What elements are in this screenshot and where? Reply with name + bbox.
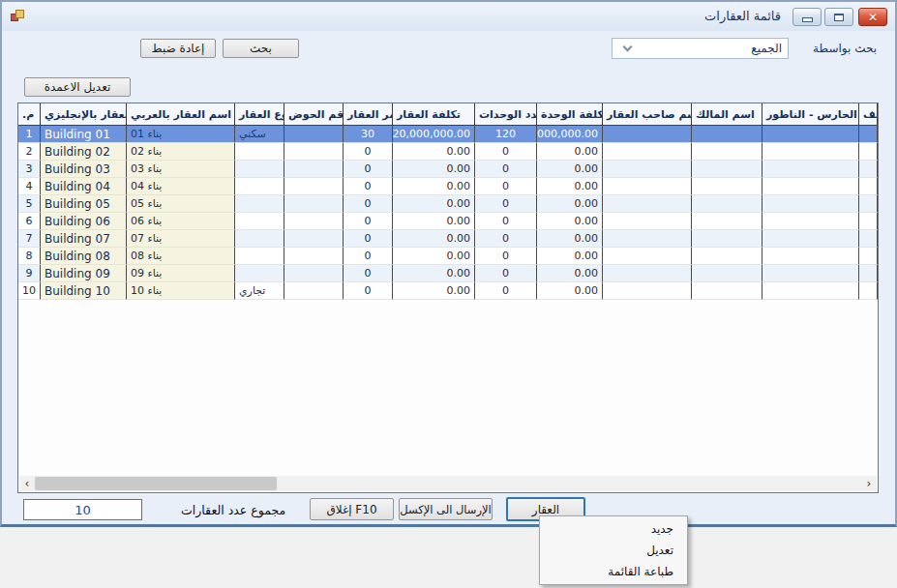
- table-cell[interactable]: [284, 161, 344, 178]
- edit-columns-button[interactable]: تعديل الاعمدة: [24, 77, 131, 97]
- table-cell[interactable]: [762, 265, 859, 282]
- table-cell[interactable]: 0.00: [393, 143, 475, 161]
- table-cell[interactable]: 1,000,000.00: [537, 126, 603, 143]
- column-header[interactable]: اسم العقار بالإنجليزي: [41, 103, 127, 125]
- scroll-thumb[interactable]: [35, 477, 277, 490]
- table-cell[interactable]: 0: [344, 195, 393, 213]
- table-cell[interactable]: 0.00: [393, 213, 475, 230]
- table-cell[interactable]: [284, 230, 344, 248]
- column-header[interactable]: نوع العقار: [235, 103, 284, 125]
- menu-item-new[interactable]: جديد: [540, 518, 687, 540]
- table-cell[interactable]: بناء 03: [127, 161, 235, 178]
- table-cell[interactable]: Building 08: [41, 248, 127, 265]
- table-cell[interactable]: [692, 161, 762, 178]
- table-row[interactable]: 7Building 07بناء 0700.0000.00: [18, 230, 878, 248]
- table-cell[interactable]: 0.00: [393, 178, 475, 195]
- column-header[interactable]: اسم المالك: [692, 103, 762, 125]
- column-header[interactable]: عمر العقار: [344, 103, 393, 125]
- table-cell[interactable]: Building 01: [41, 126, 127, 143]
- table-cell[interactable]: 0.00: [537, 195, 603, 213]
- table-cell[interactable]: [235, 161, 284, 178]
- table-cell[interactable]: 0: [344, 178, 393, 195]
- table-row[interactable]: 6Building 06بناء 0600.0000.00: [18, 213, 878, 230]
- table-cell[interactable]: [603, 143, 692, 161]
- column-header[interactable]: تكلفة العقار: [393, 103, 475, 125]
- table-cell[interactable]: 0: [344, 265, 393, 282]
- table-cell[interactable]: 0.00: [393, 161, 475, 178]
- table-row[interactable]: 3Building 03بناء 0300.0000.00: [18, 161, 878, 178]
- table-cell[interactable]: [603, 282, 692, 300]
- table-cell[interactable]: [603, 126, 692, 143]
- table-cell[interactable]: [762, 143, 859, 161]
- table-cell[interactable]: [762, 195, 859, 213]
- menu-item-edit[interactable]: تعديل: [540, 540, 687, 561]
- table-cell[interactable]: [692, 282, 762, 300]
- table-cell[interactable]: 1: [18, 126, 41, 143]
- table-cell[interactable]: [235, 248, 284, 265]
- table-cell[interactable]: 0: [475, 161, 537, 178]
- table-cell[interactable]: [284, 126, 344, 143]
- column-header[interactable]: تف: [859, 103, 878, 125]
- table-cell[interactable]: [859, 230, 878, 248]
- table-cell[interactable]: [284, 282, 344, 300]
- table-cell[interactable]: 0: [475, 282, 537, 300]
- table-cell[interactable]: [692, 265, 762, 282]
- column-header[interactable]: تكلفة الوحدة: [537, 103, 603, 125]
- maximize-button[interactable]: [824, 8, 853, 26]
- table-cell[interactable]: 0: [475, 143, 537, 161]
- table-row[interactable]: 2Building 02بناء 0200.0000.00: [18, 143, 878, 161]
- table-cell[interactable]: 10: [18, 282, 41, 300]
- table-cell[interactable]: [859, 265, 878, 282]
- table-cell[interactable]: [762, 126, 859, 143]
- table-cell[interactable]: [603, 230, 692, 248]
- column-header[interactable]: م.: [18, 103, 41, 125]
- table-cell[interactable]: Building 05: [41, 195, 127, 213]
- table-cell[interactable]: [284, 143, 344, 161]
- table-cell[interactable]: [692, 230, 762, 248]
- column-header[interactable]: عدد الوحدات: [475, 103, 537, 125]
- table-row[interactable]: 8Building 08بناء 0800.0000.00: [18, 248, 878, 265]
- table-cell[interactable]: 6: [18, 213, 41, 230]
- table-row[interactable]: 1Building 01بناء 01سكني30120,000,000.001…: [18, 126, 878, 143]
- table-cell[interactable]: بناء 07: [127, 230, 235, 248]
- table-cell[interactable]: [692, 178, 762, 195]
- table-cell[interactable]: [762, 213, 859, 230]
- table-cell[interactable]: Building 06: [41, 213, 127, 230]
- table-cell[interactable]: 120,000,000.00: [393, 126, 475, 143]
- table-cell[interactable]: [603, 248, 692, 265]
- table-cell[interactable]: 9: [18, 265, 41, 282]
- table-cell[interactable]: 8: [18, 248, 41, 265]
- table-cell[interactable]: سكني: [235, 126, 284, 143]
- table-cell[interactable]: بناء 10: [127, 282, 235, 300]
- table-cell[interactable]: 0.00: [537, 213, 603, 230]
- table-cell[interactable]: [603, 265, 692, 282]
- table-cell[interactable]: بناء 01: [127, 126, 235, 143]
- table-cell[interactable]: 3: [18, 161, 41, 178]
- horizontal-scrollbar[interactable]: ‹ ›: [19, 476, 877, 491]
- table-cell[interactable]: Building 03: [41, 161, 127, 178]
- table-cell[interactable]: 0.00: [537, 230, 603, 248]
- table-cell[interactable]: 0: [475, 248, 537, 265]
- table-cell[interactable]: 0.00: [537, 248, 603, 265]
- table-cell[interactable]: 0.00: [537, 265, 603, 282]
- table-cell[interactable]: [603, 178, 692, 195]
- table-cell[interactable]: 120: [475, 126, 537, 143]
- table-row[interactable]: 4Building 04بناء 0400.0000.00: [18, 178, 878, 195]
- table-cell[interactable]: Building 07: [41, 230, 127, 248]
- table-cell[interactable]: Building 04: [41, 178, 127, 195]
- table-cell[interactable]: [284, 248, 344, 265]
- table-cell[interactable]: بناء 09: [127, 265, 235, 282]
- table-cell[interactable]: [603, 195, 692, 213]
- table-cell[interactable]: [603, 213, 692, 230]
- table-cell[interactable]: 0.00: [393, 282, 475, 300]
- table-cell[interactable]: 0.00: [393, 230, 475, 248]
- table-cell[interactable]: 0: [344, 213, 393, 230]
- table-cell[interactable]: 0.00: [393, 265, 475, 282]
- table-cell[interactable]: بناء 06: [127, 213, 235, 230]
- table-row[interactable]: 9Building 09بناء 0900.0000.00: [18, 265, 878, 282]
- table-cell[interactable]: 0.00: [537, 161, 603, 178]
- table-cell[interactable]: بناء 08: [127, 248, 235, 265]
- table-cell[interactable]: [284, 178, 344, 195]
- minimize-button[interactable]: [792, 8, 822, 26]
- reset-button[interactable]: إعادة ضبط: [140, 39, 216, 58]
